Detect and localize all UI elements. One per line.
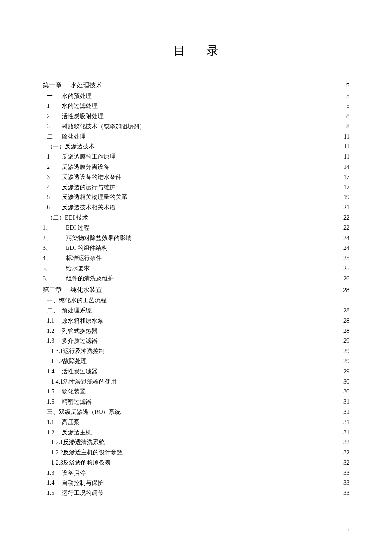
- toc-entry-page: 8: [342, 111, 349, 121]
- toc-entry-page: 29: [342, 367, 349, 377]
- toc-entry-text: 反渗透的运行与维护: [62, 182, 115, 193]
- toc-entry-text: 污染物对除盐效果的影响: [66, 233, 132, 243]
- toc-entry-page: 31: [342, 428, 349, 438]
- toc-entry-label: 1.3: [43, 336, 62, 346]
- toc-entry-page: 11: [342, 132, 349, 142]
- toc-entry-text: 反渗透设备的进水条件: [62, 172, 121, 182]
- toc-entry-text: 标准运行条件: [66, 253, 102, 263]
- toc-entry-text: 反渗透相关物理量的关系: [62, 192, 127, 202]
- toc-entry-page: 33: [342, 468, 349, 478]
- toc-entry-label: 1: [43, 101, 62, 111]
- toc-entry-page: 5: [342, 101, 349, 111]
- toc-entry-text: EDI 的组件结构: [66, 243, 107, 253]
- toc-entry-page: 17: [342, 182, 349, 193]
- toc-entry-label: 1.3.1: [43, 346, 63, 356]
- toc-entry-label: 3: [43, 172, 62, 182]
- toc-entry-page: 24: [342, 233, 349, 243]
- toc-entry-label: 1.2.3: [43, 458, 63, 468]
- toc-entry-text: 高压泵: [62, 417, 80, 428]
- toc-entry-page: 33: [342, 488, 349, 498]
- toc-entry-text: 运行工况的调节: [62, 488, 104, 498]
- toc-entry-text: 水的预处理: [62, 91, 92, 101]
- toc-entry-text: 一、纯化水的工艺流程: [43, 295, 107, 306]
- toc-entry: 5、给水要求25: [43, 263, 349, 274]
- toc-entry-label: 1、: [43, 223, 66, 233]
- toc-entry: 6反渗透技术相关术语21: [43, 202, 349, 213]
- toc-entry: 1.4.1活性炭过滤器的使用30: [43, 377, 349, 387]
- page-number: 3: [347, 527, 350, 534]
- toc-entry-page: 17: [342, 172, 349, 182]
- toc-entry-page: 25: [342, 263, 349, 274]
- toc-entry-text: 水处理技术: [70, 80, 102, 91]
- toc-entry-page: 29: [342, 346, 349, 356]
- toc-entry-page: 24: [342, 243, 349, 253]
- toc-entry-text: 活性炭吸附处理: [62, 111, 104, 121]
- toc-entry-page: 11: [342, 152, 349, 162]
- toc-entry: 1.2.3反渗透的检测仪表32: [43, 458, 349, 468]
- toc-entry: 6、组件的清洗及维护26: [43, 274, 349, 284]
- toc-entry-label: 2、: [43, 233, 66, 243]
- toc-entry: 一水的预处理5: [43, 91, 349, 101]
- toc-entry-label: 4、: [43, 253, 66, 263]
- toc-entry-text: 精密过滤器: [62, 397, 92, 407]
- document-page: 目录 第一章水处理技术5一水的预处理51水的过滤处理52活性炭吸附处理83树脂软…: [0, 0, 392, 515]
- toc-entry-label: 1.3: [43, 468, 62, 478]
- toc-entry-label: 1.2: [43, 326, 62, 336]
- toc-entry: 三、双级反渗透（RO）系统31: [43, 407, 349, 417]
- toc-entry: 1.3多介质过滤器29: [43, 336, 349, 346]
- toc-entry-text: 预处理系统: [62, 306, 92, 316]
- toc-entry: （二）EDI 技术22: [43, 213, 349, 223]
- toc-entry-text: 多介质过滤器: [62, 336, 98, 346]
- toc-entry-text: 纯化水装置: [70, 285, 102, 296]
- toc-entry-text: 设备启停: [62, 468, 86, 478]
- toc-entry-text: （二）EDI 技术: [43, 213, 88, 223]
- toc-entry-label: 5、: [43, 263, 66, 274]
- toc-entry-page: 31: [342, 397, 349, 407]
- toc-entry: 3、EDI 的组件结构24: [43, 243, 349, 253]
- toc-entry-page: 28: [342, 326, 349, 336]
- toc-entry-label: 1.5: [43, 387, 62, 397]
- toc-entry-text: 反渗透主机的设计参数: [63, 448, 123, 458]
- toc-entry: 1、EDI 过程22: [43, 223, 349, 233]
- toc-entry-text: 除盐处理: [62, 132, 86, 142]
- toc-entry-page: 32: [342, 448, 349, 458]
- toc-entry-text: 组件的清洗及维护: [66, 274, 114, 284]
- toc-entry: 1.3设备启停33: [43, 468, 349, 478]
- toc-entry: 1.4活性炭过滤器29: [43, 367, 349, 377]
- toc-entry-text: 原水箱和原水泵: [62, 316, 104, 326]
- toc-entry-page: 29: [342, 356, 349, 367]
- toc-entry-page: 28: [342, 306, 349, 316]
- toc-entry-text: 反渗透技术相关术语: [62, 202, 115, 213]
- toc-entry-page: 33: [342, 478, 349, 488]
- toc-entry-text: 给水要求: [66, 263, 90, 274]
- toc-entry-text: 故障处理: [63, 356, 87, 367]
- toc-entry: 1.2反渗透主机31: [43, 428, 349, 438]
- toc-entry-page: 26: [342, 274, 349, 284]
- toc-entry: 1.4自动控制与保护33: [43, 478, 349, 488]
- toc-entry: 1.5运行工况的调节33: [43, 488, 349, 498]
- toc-entry-text: 三、双级反渗透（RO）系统: [43, 407, 121, 417]
- toc-entry-label: 1.2.1: [43, 437, 63, 448]
- toc-entry-text: 反渗透的检测仪表: [63, 458, 111, 468]
- toc-entry-text: 反渗透清洗系统: [63, 437, 105, 448]
- toc-entry-label: 1.3.2: [43, 356, 63, 367]
- toc-entry: 一、纯化水的工艺流程: [43, 295, 349, 306]
- toc-entry-label: 1.2.2: [43, 448, 63, 458]
- toc-entry-label: 1.6: [43, 397, 62, 407]
- toc-entry-page: 5: [342, 80, 349, 91]
- toc-entry-page: 11: [342, 142, 349, 152]
- toc-entry-label: 一: [43, 91, 62, 101]
- toc-entry-label: 第一章: [43, 80, 70, 91]
- toc-entry-label: 6、: [43, 274, 66, 284]
- toc-entry-page: 8: [342, 121, 349, 132]
- toc-entry-label: 第二章: [43, 285, 70, 296]
- toc-entry-page: 25: [342, 253, 349, 263]
- toc-entry: 2反渗透膜分离设备14: [43, 162, 349, 172]
- toc-entry-text: 运行及冲洗控制: [63, 346, 105, 356]
- toc-entry-text: 反渗透膜的工作原理: [62, 152, 115, 162]
- toc-entry-label: 1.4: [43, 367, 62, 377]
- toc-entry-label: 3、: [43, 243, 66, 253]
- toc-entry-text: （一）反渗透技术: [43, 142, 95, 152]
- toc-entry: 1.2.1反渗透清洗系统32: [43, 437, 349, 448]
- toc-entry: 1.2列管式换热器28: [43, 326, 349, 336]
